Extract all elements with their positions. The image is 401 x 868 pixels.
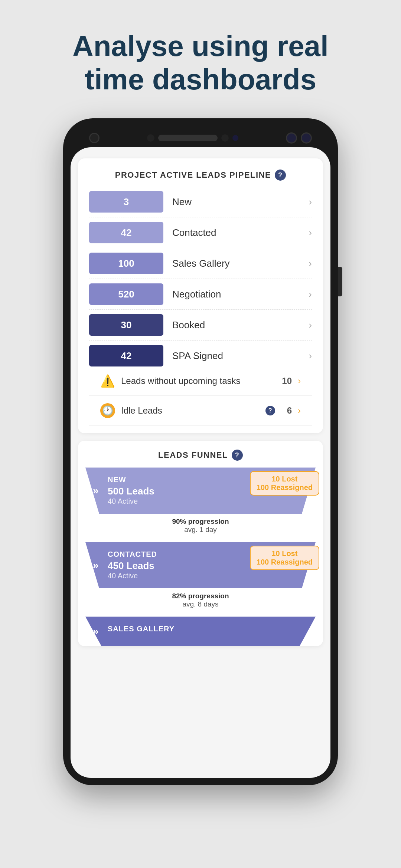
front-camera-left [89,133,100,143]
funnel-stage-new[interactable]: » NEW 500 Leads 40 Active 10 Lost 100 Re… [85,467,316,536]
funnel-lost-count-new: 10 Lost [257,475,313,483]
page-headline: Analyse using real time dashboards [50,0,351,111]
pipeline-row-spa-signed[interactable]: 42 SPA Signed › [89,345,312,366]
pipeline-label: SPA Signed [163,350,309,362]
screen-content: PROJECT ACTIVE LEADS PIPELINE ? 3 New › … [71,158,330,646]
clock-icon: 🕐 [100,403,115,418]
pipeline-bar: 42 [89,222,163,243]
pipeline-row-booked[interactable]: 30 Booked › [89,314,312,341]
funnel-title: LEADS FUNNEL ? [78,441,323,467]
funnel-chevron-sales: » [93,625,99,637]
tasks-alert-chevron: › [298,376,301,386]
pipeline-label: Booked [163,319,309,331]
pipeline-card: PROJECT ACTIVE LEADS PIPELINE ? 3 New › … [78,158,323,433]
phone-screen: PROJECT ACTIVE LEADS PIPELINE ? 3 New › … [71,147,330,778]
funnel-section: LEADS FUNNEL ? » NEW 500 Leads 40 Active… [78,441,323,646]
pipeline-chevron: › [309,196,312,208]
pipeline-bar: 42 [89,345,163,366]
pipeline-chevron: › [309,289,312,300]
pipeline-label: New [163,196,309,208]
idle-leads-count: 6 [287,405,292,416]
tasks-alert-text: Leads without upcoming tasks [121,376,276,386]
pipeline-title-text: PROJECT ACTIVE LEADS PIPELINE [115,170,271,180]
sensor-dot-2 [221,134,229,142]
pipeline-bar: 100 [89,253,163,274]
pipeline-row-sales-gallery[interactable]: 100 Sales Gallery › [89,253,312,279]
phone-side-button [338,267,342,296]
pipeline-title: PROJECT ACTIVE LEADS PIPELINE ? [89,170,312,181]
cam-2 [301,132,312,144]
funnel-active-new: 40 Active [108,497,308,506]
funnel-lost-count-contacted: 10 Lost [257,549,313,558]
pipeline-bar: 30 [89,314,163,336]
phone-mockup: PROJECT ACTIVE LEADS PIPELINE ? 3 New › … [63,118,338,785]
phone-speaker [158,135,218,141]
pipeline-chevron: › [309,227,312,239]
pipeline-chevron: › [309,350,312,362]
cam-1 [286,132,297,144]
funnel-reassigned-new: 100 Reassigned [257,483,313,492]
pipeline-bar: 520 [89,283,163,305]
pipeline-help-icon[interactable]: ? [275,170,286,181]
funnel-progression-new: 90% progressionavg. 1 day [85,514,316,536]
funnel-chevron-contacted: » [93,559,99,571]
pipeline-rows: 3 New › 42 Contacted › 100 Sales Gallery… [89,191,312,366]
funnel-reassigned-contacted: 100 Reassigned [257,558,313,566]
funnel-help-icon[interactable]: ? [232,450,243,461]
pipeline-row-new[interactable]: 3 New › [89,191,312,217]
phone-notch-center [147,134,238,142]
warning-icon: ⚠️ [100,374,115,388]
funnel-stage-label-sales: SALES GALLERY [108,625,308,633]
pipeline-chevron: › [309,319,312,331]
pipeline-chevron: › [309,258,312,269]
pipeline-label: Contacted [163,227,309,239]
funnel-chevron-new: » [93,485,99,497]
idle-help-icon[interactable]: ? [265,406,275,415]
tasks-alert-row[interactable]: ⚠️ Leads without upcoming tasks 10 › [89,366,312,396]
funnel-title-text: LEADS FUNNEL [158,450,228,460]
front-camera-right [286,132,312,144]
pipeline-row-negotiation[interactable]: 520 Negotiation › [89,283,312,310]
idle-leads-row[interactable]: 🕐 Idle Leads ? 6 › [89,396,312,426]
funnel-stage-contacted[interactable]: » CONTACTED 450 Leads 40 Active 10 Lost … [85,542,316,611]
idle-leads-chevron: › [298,405,301,416]
funnel-progression-contacted: 82% progressionavg. 8 days [85,588,316,611]
funnel-stage-sales-gallery[interactable]: » SALES GALLERY [85,617,316,646]
pipeline-label: Sales Gallery [163,258,309,269]
funnel-lost-badge-contacted: 10 Lost 100 Reassigned [250,546,319,570]
pipeline-bar: 3 [89,191,163,213]
pipeline-label: Negotiation [163,289,309,300]
phone-top-bar [71,126,330,147]
tasks-alert-count: 10 [282,376,292,386]
pipeline-row-contacted[interactable]: 42 Contacted › [89,222,312,248]
sensor-dot-3 [232,135,238,141]
funnel-active-contacted: 40 Active [108,572,308,580]
funnel-lost-badge-new: 10 Lost 100 Reassigned [250,471,319,496]
idle-leads-text: Idle Leads [121,405,260,416]
sensor-dot-1 [147,134,154,142]
